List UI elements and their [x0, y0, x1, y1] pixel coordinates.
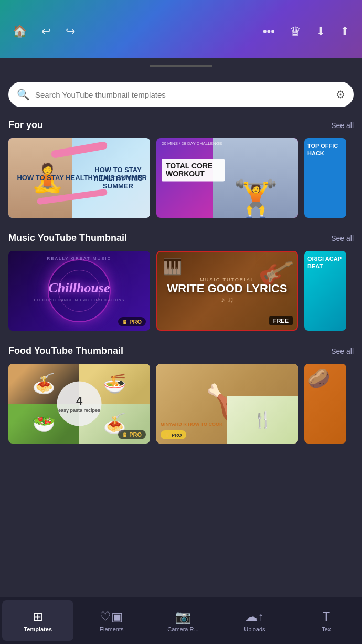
search-input[interactable] [35, 90, 331, 99]
share-icon[interactable]: ⬆ [340, 25, 349, 38]
music-title: Music YouTube Thumbnail [8, 233, 127, 244]
music1-center: Chillhouse ELECTRIC DANCE MUSIC COMPILAT… [34, 280, 125, 302]
redo-icon[interactable]: ↪ [66, 25, 75, 38]
foryou2-person: 🏋️ [213, 138, 298, 218]
foryou3-text: TOP OFFIC HACK [307, 142, 343, 157]
uploads-label: Uploads [244, 626, 265, 632]
music1-pro-badge: ♛ PRO [118, 317, 146, 326]
food-cards-row: 🍝 🍜 🥗 🍝 4 easy pasta recipes ♛ PRO 🍗 🍴 G… [8, 364, 354, 444]
filter-icon[interactable]: ⚙ [336, 88, 345, 101]
templates-icon: ⊞ [33, 609, 43, 624]
food2-pro-label: PRO [172, 432, 182, 438]
music2-title: WRITE GOOD LYRICS [157, 282, 297, 295]
food2-decoration: 🍴 [227, 396, 298, 444]
elements-label: Elements [100, 626, 124, 632]
music-card-2[interactable]: 🎸 🎹 MUSIC TUTORIAL WRITE GOOD LYRICS ♪ ♫… [156, 251, 298, 331]
food-card-2[interactable]: 🍗 🍴 GINYARD R HOW TO COOK ♛ PRO [156, 364, 298, 444]
music-card-1[interactable]: REALLY GREAT MUSIC Chillhouse ELECTRIC D… [8, 251, 150, 331]
for-you-card-2[interactable]: 🏋️ 20 MINS / 28 DAY CHALLENGE TOTAL CORE… [156, 138, 298, 218]
for-you-card-1[interactable]: 🧘 HOW TO STAY HEALTHY THIS SUMMER HOW TO… [8, 138, 150, 218]
nav-item-elements[interactable]: ♡▣ Elements [76, 597, 147, 644]
food1-overlay: 4 easy pasta recipes [57, 382, 102, 426]
food-see-all[interactable]: See all [331, 347, 354, 355]
for-you-card-3[interactable]: TOP OFFIC HACK [304, 138, 346, 218]
fork-emoji: 🍴 [253, 410, 272, 429]
templates-label: Templates [24, 626, 52, 632]
pasta-emoji-2: 🍜 [103, 373, 126, 395]
food2-pro-badge: ♛ PRO [161, 430, 186, 439]
uploads-icon: ☁↑ [245, 609, 264, 624]
pro-label: PRO [129, 319, 142, 325]
food-section-header: Food YouTube Thumbnail See all [8, 345, 354, 356]
food1-label: easy pasta recipes [58, 408, 100, 414]
camera-icon: 📷 [175, 609, 191, 624]
music2-center-text: MUSIC TUTORIAL WRITE GOOD LYRICS ♪ ♫ [157, 277, 297, 304]
camera-label: Camera R... [167, 626, 198, 632]
nav-item-templates[interactable]: ⊞ Templates [2, 600, 73, 641]
notch-bar [150, 65, 212, 67]
music1-tag: REALLY GREAT MUSIC [47, 256, 112, 261]
music-cards-row: REALLY GREAT MUSIC Chillhouse ELECTRIC D… [8, 251, 354, 331]
food-card-1[interactable]: 🍝 🍜 🥗 🍝 4 easy pasta recipes ♛ PRO [8, 364, 150, 444]
food1-pro-badge: ♛ PRO [118, 430, 146, 439]
food1-pro-label: PRO [129, 431, 142, 438]
food1-crown-icon: ♛ [122, 432, 127, 438]
toolbar-right-icons: ••• ♛ ⬇ ⬆ [263, 24, 349, 39]
text-label: Tex [322, 626, 331, 632]
music-see-all[interactable]: See all [331, 234, 354, 242]
music1-top-text: REALLY GREAT MUSIC [47, 256, 112, 261]
nav-item-text[interactable]: T Tex [291, 597, 362, 644]
search-bar[interactable]: 🔍 ⚙ [8, 82, 354, 107]
home-icon[interactable]: 🏠 [13, 25, 27, 38]
music-section-header: Music YouTube Thumbnail See all [8, 233, 354, 244]
music2-piano: 🎹 [163, 257, 182, 276]
food2-crown-icon: ♛ [165, 432, 169, 438]
more-icon[interactable]: ••• [263, 25, 275, 38]
music2-notes: ♪ ♫ [157, 295, 297, 304]
food-card-3[interactable]: 🥔 [304, 364, 346, 444]
food1-number: 4 [76, 394, 82, 408]
elements-icon: ♡▣ [100, 609, 123, 624]
pro-crown-icon: ♛ [122, 319, 127, 325]
text-icon: T [322, 609, 330, 624]
for-you-title: For you [8, 120, 43, 131]
main-content: 🔍 ⚙ For you See all 🧘 HOW TO STAY HEALTH… [0, 73, 362, 597]
music1-sub: ELECTRIC DANCE MUSIC COMPILATIONS [34, 298, 125, 302]
notch-area [0, 58, 362, 73]
music1-name: Chillhouse [34, 280, 125, 296]
nav-item-camera[interactable]: 📷 Camera R... [147, 597, 219, 644]
for-you-cards-row: 🧘 HOW TO STAY HEALTHY THIS SUMMER HOW TO… [8, 138, 354, 218]
undo-icon[interactable]: ↩ [41, 25, 51, 38]
chips-emoji: 🥔 [307, 368, 331, 389]
music2-free-badge: FREE [269, 316, 293, 325]
bottom-nav: ⊞ Templates ♡▣ Elements 📷 Camera R... ☁↑… [0, 597, 362, 644]
toolbar: 🏠 ↩ ↪ ••• ♛ ⬇ ⬆ [0, 0, 362, 58]
nav-item-uploads[interactable]: ☁↑ Uploads [219, 597, 290, 644]
music3-text: Origi Acap Beat [307, 255, 343, 270]
crown-icon[interactable]: ♛ [290, 24, 301, 39]
for-you-section-header: For you See all [8, 120, 354, 131]
search-icon: 🔍 [17, 88, 30, 101]
for-you-see-all[interactable]: See all [331, 121, 354, 130]
music-card-3[interactable]: Origi Acap Beat [304, 251, 346, 331]
foryou2-challenge: 20 MINS / 28 DAY CHALLENGE [162, 141, 222, 146]
foryou1-label: HOW TO STAY HEALTHY THIS SUMMER [89, 166, 147, 191]
food2-label: GINYARD R HOW TO COOK [161, 421, 223, 427]
pasta-emoji-1: 🍝 [32, 373, 56, 395]
food-title: Food YouTube Thumbnail [8, 345, 123, 356]
download-icon[interactable]: ⬇ [316, 25, 325, 38]
salad-emoji: 🥗 [32, 413, 56, 435]
toolbar-left-icons: 🏠 ↩ ↪ [13, 25, 75, 38]
foryou2-text: TOTAL CORE WORKOUT [162, 159, 225, 181]
